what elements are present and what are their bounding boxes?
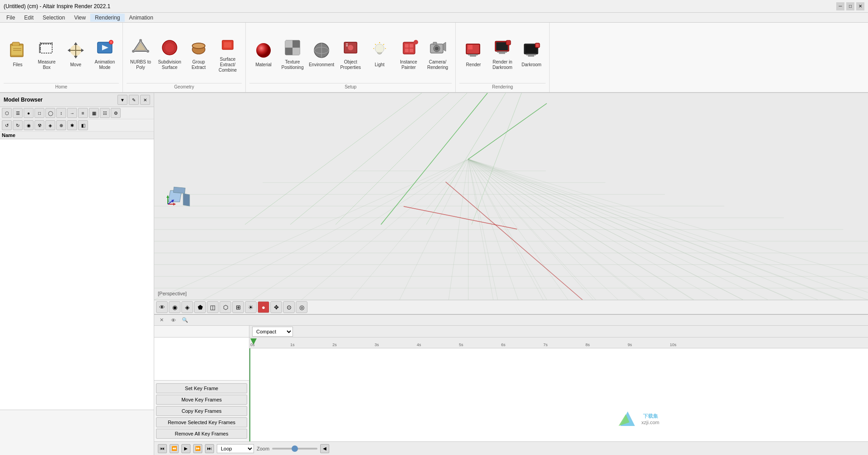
tool-darkroom[interactable]: Darkroom	[517, 38, 546, 69]
timeline-close-btn[interactable]: ✕	[157, 316, 166, 324]
tool-render-in-darkroom[interactable]: Render in Darkroom	[488, 35, 517, 72]
mb-tool-6[interactable]: ↕	[56, 108, 66, 118]
menu-file[interactable]: File	[2, 14, 20, 22]
playhead-indicator	[250, 338, 257, 346]
tool-subdivision-surface[interactable]: Subdivision Surface	[156, 35, 184, 72]
mb-tool-2[interactable]: ☰	[13, 108, 23, 118]
mb-tool-11[interactable]: ⚙	[111, 108, 121, 118]
compact-select[interactable]: Compact Full	[252, 327, 293, 337]
svg-rect-5	[40, 44, 52, 53]
menu-selection[interactable]: Selection	[38, 14, 69, 22]
vp-btn-red-sphere[interactable]: ●	[258, 301, 269, 313]
vp-btn-cam2[interactable]: ⊙	[283, 301, 295, 313]
close-button[interactable]: ✕	[856, 2, 864, 10]
tool-instance-painter[interactable]: Instance Painter	[395, 35, 423, 72]
remove-all-btn[interactable]: Remove All Key Frames	[156, 429, 247, 439]
tl-play-btn[interactable]: ▶	[181, 444, 190, 453]
vp-btn-shading4[interactable]: ◫	[207, 301, 219, 313]
mb-tool-e[interactable]: ◈	[45, 120, 55, 130]
tool-files[interactable]: Files	[4, 38, 32, 69]
mb-tool-h[interactable]: ◧	[78, 120, 88, 130]
timeline-tracks[interactable]	[249, 348, 868, 441]
model-browser-edit-btn[interactable]: ✎	[129, 95, 139, 105]
tool-animation-mode[interactable]: Animation Mode	[91, 35, 119, 72]
viewport-perspective-label: [Perspective]	[158, 291, 187, 296]
remove-selected-btn[interactable]: Remove Selected Key Frames	[156, 417, 247, 427]
mb-tool-3[interactable]: ●	[24, 108, 34, 118]
svg-marker-62	[443, 42, 446, 51]
tl-prev-btn[interactable]: ⏪	[170, 444, 179, 453]
svg-marker-95	[166, 195, 169, 198]
tool-camera-rendering[interactable]: Camera/ Rendering	[424, 35, 452, 72]
vp-btn-lights[interactable]: ☀	[245, 301, 257, 313]
tool-measure-box[interactable]: Measure Box	[33, 35, 61, 72]
subdivision-surface-icon	[159, 37, 180, 59]
mb-tool-b[interactable]: ↻	[13, 120, 23, 130]
menu-rendering[interactable]: Rendering	[90, 14, 124, 22]
tool-render[interactable]: Render	[459, 38, 488, 69]
mb-tool-c[interactable]: ◉	[24, 120, 34, 130]
timeline-left: Set Key Frame Move Key Frames Copy Key F…	[154, 326, 249, 441]
tool-nurbs-to-poly[interactable]: NURBS to Poly	[127, 35, 155, 72]
set-key-frame-btn[interactable]: Set Key Frame	[156, 383, 247, 393]
tool-group-extract[interactable]: Group Extract	[185, 35, 213, 72]
tool-material[interactable]: Material	[249, 38, 278, 69]
tl-next-btn[interactable]: ⏩	[193, 444, 202, 453]
tool-surface-extract[interactable]: Surface Extract/ Combine	[214, 32, 242, 75]
vp-btn-cam1[interactable]: ✥	[270, 301, 282, 313]
mb-tool-10[interactable]: ☷	[100, 108, 110, 118]
menu-animation[interactable]: Animation	[125, 14, 158, 22]
model-browser-filter-btn[interactable]: ▼	[117, 95, 127, 105]
mb-tool-f[interactable]: ⊕	[56, 120, 66, 130]
vp-btn-shading2[interactable]: ◈	[181, 301, 193, 313]
tool-object-properties[interactable]: Object Properties	[336, 35, 365, 72]
mb-tool-1[interactable]: ⬡	[2, 108, 12, 118]
svg-rect-33	[224, 42, 231, 48]
instance-painter-label: Instance Painter	[397, 59, 420, 70]
move-key-frames-btn[interactable]: Move Key Frames	[156, 395, 247, 405]
tl-last-btn[interactable]: ⏭	[205, 444, 214, 453]
tool-move[interactable]: Move	[62, 38, 90, 69]
ribbon: Files Measure Box	[0, 23, 868, 93]
menu-edit[interactable]: Edit	[20, 14, 38, 22]
svg-rect-81	[536, 44, 539, 47]
model-browser-columns: Name	[0, 132, 154, 139]
viewport-3d[interactable]: [Perspective]	[154, 93, 868, 300]
mb-tool-7[interactable]: →	[67, 108, 77, 118]
mb-tool-8[interactable]: ≡	[78, 108, 88, 118]
zoom-slider[interactable]	[272, 448, 317, 450]
timeline-buttons: Set Key Frame Move Key Frames Copy Key F…	[154, 380, 249, 441]
vp-btn-cam3[interactable]: ◎	[296, 301, 307, 313]
vp-btn-grid[interactable]: ⊞	[232, 301, 244, 313]
tool-light[interactable]: Light	[366, 38, 394, 69]
copy-key-frames-btn[interactable]: Copy Key Frames	[156, 406, 247, 416]
environment-label: Environment	[309, 62, 334, 68]
svg-rect-74	[499, 53, 505, 54]
mb-tool-d[interactable]: ☢	[34, 120, 44, 130]
timeline-eye-btn[interactable]: 👁	[169, 316, 178, 324]
tool-environment[interactable]: Environment	[307, 38, 336, 69]
timeline-search-btn[interactable]: 🔍	[180, 316, 190, 324]
vp-btn-shading3[interactable]: ⬟	[194, 301, 206, 313]
mb-tool-g[interactable]: ✱	[67, 120, 77, 130]
model-browser-close-btn[interactable]: ✕	[140, 95, 150, 105]
tl-first-btn[interactable]: ⏮	[158, 444, 167, 453]
maximize-button[interactable]: □	[846, 2, 854, 10]
mb-tool-4[interactable]: □	[34, 108, 44, 118]
svg-rect-75	[506, 40, 511, 45]
loop-select[interactable]: Loop Once Ping-Pong	[217, 444, 254, 453]
vp-btn-eye[interactable]: 👁	[156, 301, 168, 313]
tl-zoom-out-btn[interactable]: ◀	[320, 444, 329, 453]
vp-btn-wireframe[interactable]: ⬡	[219, 301, 231, 313]
mb-tool-a[interactable]: ↺	[2, 120, 12, 130]
mb-tool-9[interactable]: ▦	[89, 108, 99, 118]
timeline-track-area	[154, 338, 249, 380]
model-browser-content[interactable]	[0, 139, 154, 410]
watermark-icon	[617, 410, 639, 428]
svg-point-26	[132, 50, 135, 53]
tool-texture-positioning[interactable]: Texture Positioning	[278, 35, 307, 72]
minimize-button[interactable]: ─	[836, 2, 844, 10]
vp-btn-shading1[interactable]: ◉	[169, 301, 180, 313]
mb-tool-5[interactable]: ◯	[45, 108, 55, 118]
menu-view[interactable]: View	[69, 14, 90, 22]
